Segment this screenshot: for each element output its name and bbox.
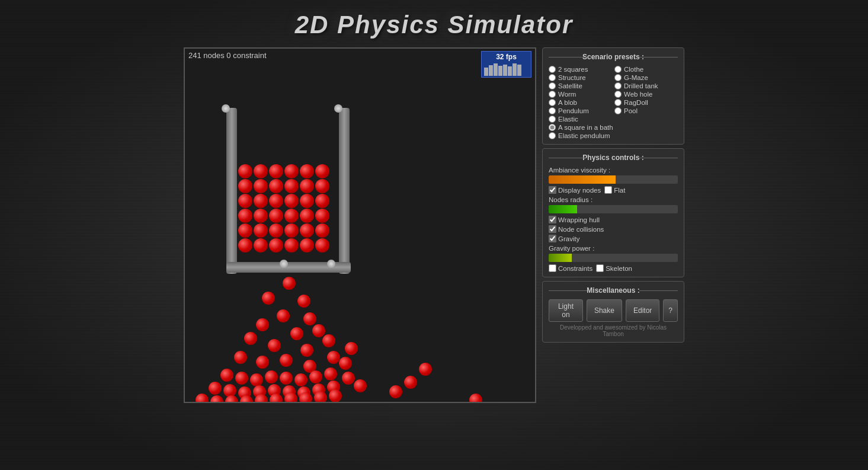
joint-br: [327, 260, 335, 268]
node-collisions-item[interactable]: Node collisions: [549, 225, 678, 233]
constraints-checkbox[interactable]: [549, 264, 556, 272]
radio-input-structure[interactable]: [549, 74, 556, 81]
radio-input-pendulum[interactable]: [549, 107, 556, 114]
ball: [300, 223, 314, 238]
radio-input-2squares[interactable]: [549, 66, 556, 73]
shake-button[interactable]: Shake: [587, 299, 622, 322]
node-collisions-label: Node collisions: [558, 226, 604, 233]
joint-tr: [334, 104, 342, 113]
gravity-power-slider[interactable]: [549, 254, 678, 262]
simulation-canvas[interactable]: 241 nodes 0 constraint 32 fps: [184, 47, 536, 403]
miscellaneous-title: Miscellaneous :: [549, 286, 678, 295]
ball: [354, 379, 367, 392]
radio-label-pendulum: Pendulum: [558, 107, 589, 114]
skeleton-checkbox[interactable]: [596, 264, 604, 272]
wrapping-hull-label: Wrapping hull: [558, 216, 600, 223]
radio-webhole[interactable]: Web hole: [614, 91, 678, 98]
radio-input-ablob[interactable]: [549, 99, 556, 106]
radio-input-elastic[interactable]: [549, 116, 556, 123]
ball: [314, 391, 327, 403]
ball: [324, 367, 337, 381]
wrapping-hull-checkbox[interactable]: [549, 216, 556, 223]
radio-elasticpendulum[interactable]: Elastic pendulum: [549, 132, 678, 139]
constraints-item[interactable]: Constraints: [549, 264, 592, 272]
radio-label-worm: Worm: [558, 91, 576, 98]
nodes-radius-label: Nodes radius :: [549, 196, 678, 203]
ball: [303, 312, 316, 325]
radio-input-ragdoll[interactable]: [614, 99, 622, 106]
radio-input-elasticpendulum[interactable]: [549, 132, 556, 139]
ball: [327, 351, 340, 364]
radio-input-drilledtank[interactable]: [614, 82, 622, 89]
ball: [297, 295, 310, 308]
ball: [342, 372, 355, 385]
radio-2squares[interactable]: 2 squares: [549, 66, 612, 73]
joint-tl: [222, 104, 230, 113]
flat-label: Flat: [614, 187, 625, 194]
radio-input-gmaze[interactable]: [614, 74, 622, 81]
ball: [315, 223, 329, 238]
ball: [238, 164, 252, 178]
ball: [284, 392, 297, 403]
ball: [238, 179, 252, 193]
radio-input-squarebath[interactable]: [549, 124, 556, 131]
ball: [329, 389, 342, 402]
editor-button[interactable]: Editor: [626, 299, 659, 322]
radio-label-drilledtank: Drilled tank: [624, 82, 658, 89]
ball: [244, 332, 257, 345]
radio-worm[interactable]: Worm: [549, 91, 612, 98]
ball: [238, 223, 252, 238]
wrapping-hull-item[interactable]: Wrapping hull: [549, 216, 678, 223]
ball: [269, 179, 283, 193]
radio-input-clothe[interactable]: [614, 66, 622, 73]
ball: [315, 164, 329, 178]
ball: [265, 370, 278, 383]
radio-pool[interactable]: Pool: [614, 107, 678, 114]
radio-ablob[interactable]: A blob: [549, 99, 612, 106]
ball: [315, 209, 329, 223]
radio-clothe[interactable]: Clothe: [614, 66, 678, 73]
structure-wall-left: [226, 108, 237, 274]
radio-drilledtank[interactable]: Drilled tank: [614, 82, 678, 89]
ball: [268, 339, 281, 352]
ball: [256, 356, 269, 369]
ball: [290, 327, 303, 340]
radio-input-worm[interactable]: [549, 91, 556, 98]
radio-gmaze[interactable]: G-Maze: [614, 74, 678, 81]
radio-input-webhole[interactable]: [614, 91, 622, 98]
display-nodes-checkbox-item[interactable]: Display nodes: [549, 186, 601, 194]
main-layout: 241 nodes 0 constraint 32 fps: [184, 47, 684, 403]
light-on-button[interactable]: Light on: [549, 299, 583, 322]
structure-wall-right: [339, 108, 350, 274]
skeleton-item[interactable]: Skeleton: [596, 264, 632, 272]
radio-squarebath[interactable]: A square in a bath: [549, 124, 678, 131]
flat-checkbox[interactable]: [604, 186, 612, 194]
radio-label-structure: Structure: [558, 74, 586, 81]
radio-structure[interactable]: Structure: [549, 74, 612, 81]
radio-ragdoll[interactable]: RagDoll: [614, 99, 678, 106]
ball: [240, 395, 253, 403]
radio-label-ragdoll: RagDoll: [624, 99, 648, 106]
radio-elastic[interactable]: Elastic: [549, 116, 612, 123]
ball: [300, 344, 313, 357]
help-button[interactable]: ?: [663, 299, 678, 322]
radio-satellite[interactable]: Satellite: [549, 82, 612, 89]
node-collisions-checkbox[interactable]: [549, 225, 556, 233]
flat-checkbox-item[interactable]: Flat: [604, 186, 625, 194]
nodes-radius-slider[interactable]: [549, 205, 678, 213]
ball: [254, 238, 268, 252]
radio-input-pool[interactable]: [614, 107, 622, 114]
gravity-label: Gravity: [558, 235, 579, 242]
ambiance-viscosity-slider[interactable]: [549, 175, 678, 184]
display-nodes-row: Display nodes Flat: [549, 186, 678, 194]
radio-pendulum[interactable]: Pendulum: [549, 107, 612, 114]
constraints-label: Constraints: [558, 265, 592, 272]
gravity-checkbox[interactable]: [549, 235, 556, 242]
constraints-skeleton-row: Constraints Skeleton: [549, 264, 678, 272]
gravity-item[interactable]: Gravity: [549, 235, 678, 242]
radio-input-satellite[interactable]: [549, 82, 556, 89]
scenario-presets-section: Scenario presets : 2 squares Clothe S: [542, 47, 684, 145]
ball: [255, 394, 268, 403]
radio-label-gmaze: G-Maze: [624, 74, 648, 81]
display-nodes-checkbox[interactable]: [549, 186, 556, 194]
